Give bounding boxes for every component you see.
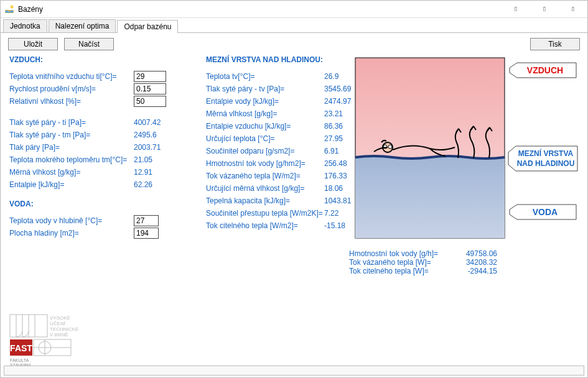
boundary7-label: Hmotnostní tok vody [g/hm2]= <box>206 159 324 168</box>
result1-value: 34208.32 <box>455 258 505 267</box>
air-out2-value: 2003.71 <box>134 143 177 152</box>
air-out1-label: Tlak syté páry - tm [Pa]= <box>9 131 134 139</box>
boundary12-label: Tok citelného tepla [W/m2]= <box>206 221 324 230</box>
air-in2-input[interactable] <box>134 96 166 107</box>
status-bar <box>4 366 584 376</box>
panel-diagram: VZDUCH MEZNÍ VRSTVA NAD HLADINOU VODA Hm… <box>349 55 579 275</box>
results: Hmotnostní tok vody [g/h]= 49758.06 Tok … <box>349 249 579 275</box>
university-logo: VYSOKÉ UČENÍ TECHNICKÉ V BRNĚ FAST FAKUL… <box>9 313 108 369</box>
svg-text:VYSOKÉ: VYSOKÉ <box>50 315 70 321</box>
boundary9-label: Určující měrná vlhkost [g/kg]= <box>206 184 324 193</box>
svg-rect-3 <box>355 157 505 238</box>
toolbar: Uložit Načíst Tisk <box>1 33 587 55</box>
titlebar: Bazény    <box>1 1 587 18</box>
water-in0-label: Teplota vody v hlubině [°C]= <box>9 216 134 225</box>
air-out1-value: 2495.6 <box>134 131 177 139</box>
result0-value: 49758.06 <box>455 249 505 258</box>
evaporation-diagram: VZDUCH MEZNÍ VRSTVA NAD HLADINOU VODA <box>349 55 554 242</box>
water-in1-label: Plocha hladiny [m2]= <box>9 229 134 237</box>
tab-nalezeni-optima[interactable]: Nalezení optima <box>49 19 116 32</box>
callout-voda: VODA <box>533 207 558 217</box>
app-icon <box>4 4 14 14</box>
air-in2-label: Relativní vlhkost [%]= <box>9 97 134 106</box>
callout-boundary-1: MEZNÍ VRSTVA <box>518 149 574 158</box>
header-voda: VODA: <box>9 200 208 208</box>
boundary4-label: Entalpie vzduchu [kJ/kg]= <box>206 122 324 131</box>
print-button[interactable]: Tisk <box>530 38 580 50</box>
boundary2-label: Entalpie vody [kJ/kg]= <box>206 97 324 106</box>
air-in1-input[interactable] <box>134 83 166 94</box>
result2-label: Tok citelného tepla [W]= <box>349 267 455 275</box>
boundary0-label: Teplota tv[°C]= <box>206 72 324 81</box>
result1-label: Tok vázaného tepla [W]= <box>349 258 455 267</box>
boundary6-label: Součinitel odparu [g/sm2]= <box>206 147 324 155</box>
svg-point-1 <box>11 5 14 8</box>
air-out5-value: 62.26 <box>134 180 177 189</box>
boundary5-label: Určující teplota [°C]= <box>206 134 324 143</box>
air-in1-label: Rychlost proudění v[m/s]= <box>9 85 134 93</box>
tab-strip: Jednotka Nalezení optima Odpar bazénu <box>1 18 587 33</box>
callout-boundary-2: NAD HLADINOU <box>517 159 575 168</box>
water-in0-input[interactable] <box>134 215 159 226</box>
air-in0-label: Teplota vnitřního vzduchu ti[°C]= <box>9 72 134 81</box>
air-out5-label: Entalpie [kJ/kg]= <box>9 180 134 189</box>
air-out3-value: 21.05 <box>134 155 177 164</box>
maximize-button[interactable]:  <box>530 1 559 18</box>
close-button[interactable]:  <box>559 1 587 18</box>
water-in1-input[interactable] <box>134 228 159 239</box>
header-vzduch: VZDUCH: <box>9 55 208 64</box>
air-out4-value: 12.91 <box>134 168 177 177</box>
result2-value: -2944.15 <box>455 267 505 275</box>
panel-vzduch-voda: VZDUCH: Teplota vnitřního vzduchu ti[°C]… <box>9 55 208 239</box>
callout-vzduch: VZDUCH <box>527 65 563 75</box>
boundary8-label: Tok vázaného tepla [W/m2]= <box>206 172 324 180</box>
air-in0-input[interactable] <box>134 71 166 82</box>
air-out0-label: Tlak syté páry - ti [Pa]= <box>9 118 134 127</box>
boundary11-label: Součinitel přestupu tepla [W/m2K]= <box>206 209 324 218</box>
tab-jednotka[interactable]: Jednotka <box>3 19 47 32</box>
minimize-button[interactable]:  <box>502 1 530 18</box>
boundary10-label: Tepelná kapacita [kJ/kg]= <box>206 196 324 205</box>
air-out3-label: Teplota mokrého teploměru tm[°C]= <box>9 155 134 164</box>
air-out2-label: Tlak páry [Pa]= <box>9 143 134 152</box>
svg-text:FAKULTA: FAKULTA <box>10 358 29 362</box>
save-button[interactable]: Uložit <box>8 38 58 50</box>
air-out0-value: 4007.42 <box>134 118 177 127</box>
svg-text:V BRNĚ: V BRNĚ <box>50 332 68 338</box>
svg-point-6 <box>388 145 392 149</box>
boundary3-label: Měrná vlhkost [g/kg]= <box>206 109 324 118</box>
load-button[interactable]: Načíst <box>64 38 114 50</box>
air-out4-label: Měrná vlhkost [g/kg]= <box>9 168 134 177</box>
result0-label: Hmotnostní tok vody [g/h]= <box>349 249 455 258</box>
svg-text:FAST: FAST <box>10 343 32 353</box>
tab-odpar-bazenu[interactable]: Odpar bazénu <box>117 20 178 33</box>
svg-text:TECHNICKÉ: TECHNICKÉ <box>50 326 78 332</box>
svg-text:UČENÍ: UČENÍ <box>50 321 66 326</box>
boundary1-label: Tlak syté páry - tv [Pa]= <box>206 85 324 93</box>
window-title: Bazény <box>18 5 43 14</box>
